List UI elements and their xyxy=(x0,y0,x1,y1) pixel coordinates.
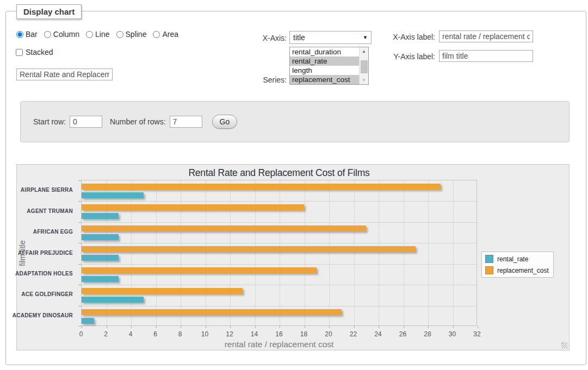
x-tick-label: 32 xyxy=(473,330,480,338)
stacked-checkbox[interactable] xyxy=(16,49,23,56)
chart-type-radio-column[interactable] xyxy=(44,31,51,38)
x-tick-label: 12 xyxy=(226,330,233,338)
x-tick-label: 2 xyxy=(104,330,108,338)
chart-type-option-label: Bar xyxy=(26,30,38,39)
scroll-down-icon[interactable]: ▼ xyxy=(360,76,369,84)
chart-category-labels: AIRPLANE SIERRAAGENT TRUMANAFRICAN EGGAF… xyxy=(17,180,77,326)
y-tick-mark xyxy=(78,222,81,223)
series-listbox-scrollbar[interactable]: ▲ ▼ xyxy=(359,47,368,84)
bar-rental_rate xyxy=(82,318,94,324)
stacked-label: Stacked xyxy=(26,48,53,57)
chart-type-option-line[interactable]: Line xyxy=(86,30,109,39)
gridline xyxy=(354,180,355,325)
gridline xyxy=(156,180,157,325)
legend-item-replacement_cost: replacement_cost xyxy=(485,266,549,274)
gridline xyxy=(131,180,132,325)
chart-type-radio-spline[interactable] xyxy=(116,31,123,38)
legend-item-rental_rate: rental_rate xyxy=(485,255,549,263)
band-separator xyxy=(82,306,476,306)
legend-label: replacement_cost xyxy=(497,267,549,274)
scroll-up-icon[interactable]: ▲ xyxy=(360,47,369,55)
gridline xyxy=(305,180,305,325)
x-tick-mark xyxy=(156,326,157,328)
num-rows-input[interactable] xyxy=(170,116,202,128)
chart-x-tick-labels: 02468101214161820222426283032 xyxy=(81,330,477,338)
y-axis-label-label: Y-Axis label: xyxy=(388,52,435,61)
gridline xyxy=(329,180,330,325)
gridline xyxy=(379,180,379,325)
stacked-option[interactable]: Stacked xyxy=(16,48,53,57)
x-tick-mark xyxy=(329,326,330,328)
series-listbox-options: rental_durationrental_ratelengthreplacem… xyxy=(290,47,359,84)
x-axis-label-input[interactable] xyxy=(439,30,533,42)
y-tick-mark xyxy=(78,201,81,202)
series-option-length[interactable]: length xyxy=(290,66,359,75)
bar-rental_rate xyxy=(82,234,119,240)
x-tick-mark xyxy=(181,326,181,328)
chevron-down-icon: ▼ xyxy=(363,35,368,40)
category-label: AFFAIR PREJUDICE xyxy=(18,250,73,256)
chart-type-options: BarColumnLineSplineArea xyxy=(16,30,178,39)
start-row-label: Start row: xyxy=(33,117,66,126)
gridline xyxy=(230,180,231,325)
series-option-rental_rate[interactable]: rental_rate xyxy=(290,57,359,66)
go-button[interactable]: Go xyxy=(212,115,238,129)
num-rows-label: Number of rows: xyxy=(110,117,166,126)
x-tick-mark xyxy=(428,326,429,328)
chart-type-option-bar[interactable]: Bar xyxy=(16,30,38,39)
series-listbox[interactable]: rental_durationrental_ratelengthreplacem… xyxy=(289,47,369,85)
chart-type-radio-line[interactable] xyxy=(86,31,93,38)
gridline xyxy=(206,180,206,325)
scrollbar-track[interactable] xyxy=(360,55,369,76)
series-option-rental_duration[interactable]: rental_duration xyxy=(290,47,359,57)
band-separator xyxy=(82,201,476,202)
legend-swatch xyxy=(485,255,493,263)
bar-replacement_cost xyxy=(82,204,304,210)
series-option-replacement_cost[interactable]: replacement_cost xyxy=(290,75,359,84)
bar-replacement_cost xyxy=(82,309,342,315)
category-label: AFRICAN EGG xyxy=(33,229,73,235)
chart-type-option-spline[interactable]: Spline xyxy=(116,30,147,39)
chart-type-option-column[interactable]: Column xyxy=(44,30,79,39)
x-tick-mark xyxy=(206,326,206,328)
gridline xyxy=(255,180,256,325)
x-tick-mark xyxy=(404,326,404,328)
bar-replacement_cost xyxy=(82,225,366,231)
gridline xyxy=(428,180,429,325)
x-tick-mark xyxy=(82,326,82,328)
x-tick-mark xyxy=(379,326,379,328)
x-tick-label: 10 xyxy=(201,330,208,338)
y-axis-label-input[interactable] xyxy=(439,50,533,62)
x-axis-label-label: X-Axis label: xyxy=(388,33,435,41)
y-tick-mark xyxy=(78,326,81,327)
chart-type-radio-bar[interactable] xyxy=(16,31,23,38)
x-tick-mark xyxy=(131,326,132,328)
chart-title-input[interactable] xyxy=(16,68,113,80)
resize-grip-icon[interactable] xyxy=(561,342,567,348)
bar-replacement_cost xyxy=(82,246,416,252)
x-axis-select[interactable]: title ▼ xyxy=(289,31,372,44)
x-tick-mark xyxy=(305,326,305,328)
category-label: AIRPLANE SIERRA xyxy=(21,187,73,193)
x-tick-label: 30 xyxy=(449,330,456,338)
bar-rental_rate xyxy=(82,192,144,198)
chart-type-option-label: Line xyxy=(95,30,109,39)
chart-plot-area xyxy=(81,180,477,326)
x-tick-label: 26 xyxy=(399,330,406,338)
x-axis-selected-value: title xyxy=(293,33,363,42)
x-tick-label: 22 xyxy=(350,330,357,338)
band-separator xyxy=(82,222,476,223)
x-tick-mark xyxy=(255,326,256,328)
scrollbar-thumb[interactable] xyxy=(361,60,368,73)
start-row-input[interactable] xyxy=(70,116,102,128)
chart-type-radio-area[interactable] xyxy=(153,31,160,38)
category-label: AGENT TRUMAN xyxy=(27,208,73,214)
chart-type-option-area[interactable]: Area xyxy=(153,30,178,39)
x-tick-mark xyxy=(230,326,231,328)
gridline xyxy=(453,180,454,325)
x-tick-label: 20 xyxy=(325,330,332,338)
chart-title: Rental Rate and Replacement Cost of Film… xyxy=(81,167,477,179)
gridline xyxy=(404,180,404,325)
band-separator xyxy=(82,264,476,265)
bar-rental_rate xyxy=(82,255,119,261)
